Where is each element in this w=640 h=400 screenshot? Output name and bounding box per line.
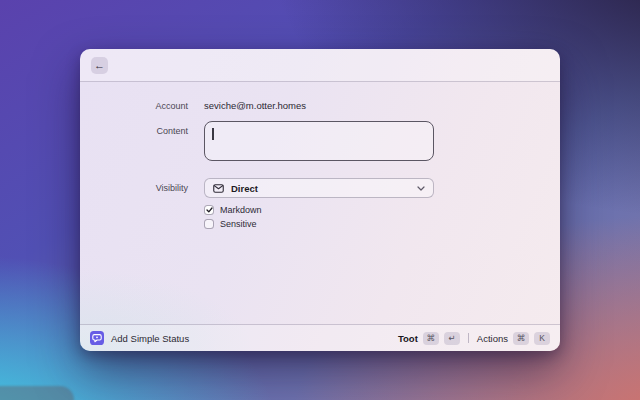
wallpaper-hill-silhouette	[0, 386, 74, 400]
sensitive-checkbox[interactable]	[204, 219, 214, 229]
visibility-label: Visibility	[80, 183, 188, 193]
markdown-checkbox-row[interactable]: Markdown	[204, 205, 262, 215]
envelope-icon	[213, 184, 224, 193]
app-chat-bubble-icon	[90, 331, 104, 345]
markdown-checkbox[interactable]	[204, 205, 214, 215]
checkmark-icon	[206, 207, 213, 213]
footer-divider	[468, 333, 469, 343]
text-caret	[212, 128, 214, 140]
command-key-icon: ⌘	[423, 332, 439, 345]
window-footer: Add Simple Status Toot ⌘ ↵ Actions ⌘ K	[80, 324, 560, 351]
content-input[interactable]	[204, 121, 434, 161]
footer-actions: Toot ⌘ ↵ Actions ⌘ K	[398, 332, 550, 345]
return-key-icon: ↵	[444, 332, 460, 345]
account-value: seviche@m.otter.homes	[204, 100, 306, 111]
k-key-icon: K	[534, 332, 550, 345]
markdown-checkbox-label: Markdown	[220, 205, 262, 215]
account-label: Account	[80, 101, 188, 111]
visibility-select[interactable]: Direct	[204, 178, 434, 198]
visibility-value: Direct	[231, 183, 258, 194]
window-header: ←	[80, 49, 560, 82]
sensitive-checkbox-row[interactable]: Sensitive	[204, 219, 257, 229]
actions-button[interactable]: Actions	[477, 333, 508, 344]
back-arrow-icon: ←	[94, 60, 105, 71]
toot-button[interactable]: Toot	[398, 333, 418, 344]
sensitive-checkbox-label: Sensitive	[220, 219, 257, 229]
desktop-wallpaper: ← Account seviche@m.otter.homes Content …	[0, 0, 640, 400]
compose-status-window: ← Account seviche@m.otter.homes Content …	[80, 49, 560, 351]
content-label: Content	[80, 126, 188, 136]
command-key-icon: ⌘	[513, 332, 529, 345]
footer-app-title: Add Simple Status	[111, 333, 189, 344]
back-button[interactable]: ←	[91, 57, 108, 74]
chevron-down-icon	[417, 186, 425, 191]
